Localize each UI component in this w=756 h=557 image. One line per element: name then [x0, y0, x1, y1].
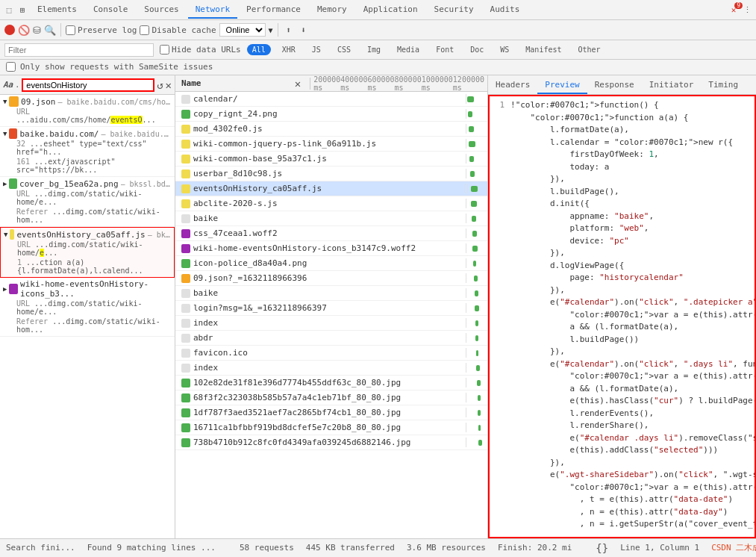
- file-entry-woff[interactable]: ▶ wiki-home-eventsOnHistory-icons_b3... …: [0, 278, 175, 337]
- table-row[interactable]: abdr: [175, 331, 487, 346]
- export-icon[interactable]: ⬇: [298, 24, 310, 36]
- table-row[interactable]: userbar_8d10c98.js: [175, 167, 487, 181]
- filter-button[interactable]: ⛁: [33, 25, 41, 36]
- type-xhr[interactable]: XHR: [277, 44, 301, 55]
- tab-timing[interactable]: Timing: [701, 77, 746, 94]
- tab-preview[interactable]: Preview: [537, 77, 587, 94]
- table-row[interactable]: 09.json?_=1632118966396: [175, 271, 487, 286]
- table-row[interactable]: favicon.ico: [175, 346, 487, 361]
- file-entry-events[interactable]: ▼ eventsOnHistory_ca05aff.js — bkssl.b..…: [0, 227, 175, 278]
- table-row[interactable]: baike: [175, 286, 487, 301]
- tab-elements[interactable]: Elements: [30, 1, 84, 19]
- type-js[interactable]: JS: [307, 44, 326, 55]
- refresh-icon[interactable]: ↺: [157, 79, 163, 91]
- type-doc[interactable]: Doc: [465, 44, 489, 55]
- file-type-icon: [181, 95, 190, 104]
- table-row[interactable]: wiki-common-jquery-ps-link_06a911b.js: [175, 137, 487, 152]
- search-button[interactable]: 🔍: [44, 25, 56, 36]
- disable-cache-checkbox[interactable]: [140, 25, 149, 35]
- case-sensitive-icon[interactable]: .: [15, 81, 19, 89]
- table-row[interactable]: abclite-2020-s.js: [175, 196, 487, 211]
- close-search-icon[interactable]: ✕: [166, 79, 172, 91]
- table-row[interactable]: 16711ca1bfbbf919bd8dcfef5e7c20b8_80_80.j…: [175, 420, 487, 435]
- tab-audits[interactable]: Audits: [483, 1, 528, 19]
- file-entry-09json[interactable]: ▼ 09.json — baike.baidu.com/cms/hom... U…: [0, 95, 175, 127]
- tab-memory[interactable]: Memory: [310, 1, 354, 19]
- type-font[interactable]: Font: [431, 44, 459, 55]
- line-content: d.logViewPage({: [510, 260, 624, 273]
- table-row[interactable]: wiki-common-base_95a37c1.js: [175, 152, 487, 167]
- throttle-select[interactable]: Online: [219, 23, 266, 37]
- tab-console[interactable]: Console: [86, 1, 135, 19]
- js-icon: [10, 229, 14, 240]
- table-row[interactable]: baike: [175, 211, 487, 226]
- file-host: — bkssl.bdim...: [121, 180, 172, 188]
- filter-input[interactable]: [4, 43, 154, 57]
- close-panel-button[interactable]: ✕: [292, 78, 304, 90]
- tab-performance[interactable]: Performance: [239, 1, 308, 19]
- import-icon[interactable]: ⬆: [283, 24, 295, 36]
- search-input[interactable]: [22, 78, 154, 92]
- type-media[interactable]: Media: [392, 44, 425, 55]
- table-row[interactable]: index: [175, 316, 487, 331]
- line-number: [493, 247, 504, 260]
- type-all[interactable]: All: [247, 44, 271, 55]
- collapse-triangle[interactable]: ▼: [3, 98, 7, 105]
- table-row[interactable]: eventsOnHistory_ca05aff.js: [175, 181, 487, 196]
- tab-initiator[interactable]: Initiator: [642, 77, 702, 94]
- preserve-log-label[interactable]: Preserve log: [66, 25, 137, 35]
- line-number: [493, 321, 504, 334]
- tab-application[interactable]: Application: [356, 1, 425, 19]
- table-row[interactable]: 68f3f2c323038b585b57a7a4c1eb71bf_80_80.j…: [175, 390, 487, 405]
- line-content: l.formatDate(a),: [510, 124, 629, 137]
- device-icon[interactable]: ⊞: [16, 4, 28, 16]
- collapse-triangle[interactable]: ▶: [3, 285, 7, 293]
- left-panel: Aa . ↺ ✕ ▼ 09.json — baike.baidu.com/cms…: [0, 75, 175, 538]
- table-row[interactable]: index: [175, 361, 487, 376]
- file-entry-cover[interactable]: ▶ cover_bg_15ea62a.png — bkssl.bdim... U…: [0, 177, 175, 227]
- collapse-triangle[interactable]: ▶: [3, 180, 7, 187]
- aa-button[interactable]: Aa: [3, 80, 13, 90]
- tab-security[interactable]: Security: [427, 1, 481, 19]
- file-entry-baike[interactable]: ▼ baike.baidu.com/ — baike.baidu.com... …: [0, 127, 175, 177]
- type-manifest[interactable]: Manifest: [520, 44, 566, 55]
- code-view[interactable]: 1!"color:#0070c1;">function() { "color:#…: [488, 95, 756, 538]
- clear-button[interactable]: 🚫: [18, 25, 30, 36]
- hide-data-urls-label[interactable]: Hide data URLs: [160, 45, 241, 55]
- record-button[interactable]: [4, 25, 15, 35]
- line-number: [493, 346, 504, 358]
- type-css[interactable]: CSS: [332, 44, 356, 55]
- line-number: [493, 432, 504, 445]
- table-row[interactable]: 1df787f3aed3521aef7ac2865bf74cb1_80_80.j…: [175, 405, 487, 420]
- ruler-200k: 200000 ms: [313, 75, 340, 92]
- collapse-triangle[interactable]: ▼: [3, 130, 7, 137]
- disable-cache-label[interactable]: Disable cache: [140, 25, 216, 35]
- table-row[interactable]: 738b4710b912c8fc0fd4349afa039245d6882146…: [175, 435, 487, 450]
- tab-headers[interactable]: Headers: [488, 77, 537, 94]
- type-ws[interactable]: WS: [495, 44, 514, 55]
- type-img[interactable]: Img: [362, 44, 386, 55]
- row-filename: calendar/: [193, 94, 238, 104]
- preserve-log-checkbox[interactable]: [66, 25, 75, 35]
- table-row[interactable]: css_47ceaa1.woff2: [175, 226, 487, 241]
- inspect-icon[interactable]: ⬚: [3, 4, 15, 16]
- tab-sources[interactable]: Sources: [137, 1, 186, 19]
- file-type-icon: [181, 214, 190, 223]
- type-other[interactable]: Other: [573, 44, 606, 55]
- file-name: wiki-home-eventsOnHistory-icons_b3...: [20, 279, 172, 299]
- hide-data-urls-checkbox[interactable]: [160, 45, 169, 55]
- table-row[interactable]: mod_4302fe0.js: [175, 122, 487, 137]
- table-row[interactable]: 102e82de31f81e396d7774b455ddf63c_80_80.j…: [175, 376, 487, 390]
- tab-response[interactable]: Response: [587, 77, 642, 94]
- table-row[interactable]: calendar/: [175, 92, 487, 107]
- collapse-triangle[interactable]: ▼: [4, 231, 7, 238]
- table-row[interactable]: login?msg=1&_=1632118966397: [175, 301, 487, 316]
- tab-network[interactable]: Network: [188, 1, 237, 19]
- table-row[interactable]: icon-police_d8a40a4.png: [175, 256, 487, 271]
- table-row[interactable]: copy_rignt_24.png: [175, 107, 487, 122]
- more-icon[interactable]: ⋮: [741, 4, 753, 16]
- throttle-arrow[interactable]: ▼: [269, 26, 273, 34]
- code-line: }),: [493, 457, 752, 470]
- table-row[interactable]: wiki-home-eventsOnHistory-icons_b3147c9.…: [175, 241, 487, 256]
- samesite-checkbox[interactable]: [6, 62, 16, 72]
